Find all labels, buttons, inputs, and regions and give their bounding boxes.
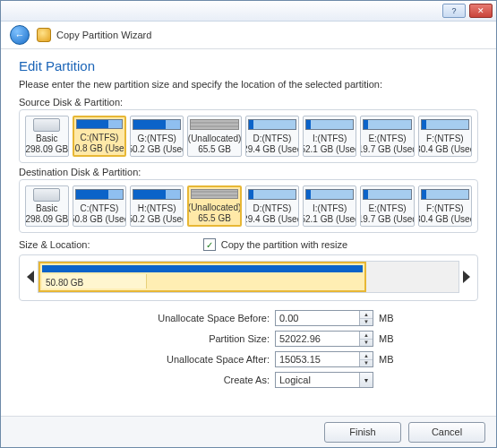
wizard-title: Copy Partition Wizard — [56, 30, 151, 40]
wizard-window: ? ✕ ← Copy Partition Wizard Edit Partiti… — [0, 0, 497, 448]
content-area: Edit Partition Please enter the new part… — [1, 49, 496, 416]
partition-bar — [363, 119, 411, 130]
arrow-left-icon: ← — [15, 30, 25, 40]
close-button[interactable]: ✕ — [469, 4, 493, 18]
partition-size: 50.2 GB (Usec — [130, 214, 184, 225]
spinner-space-before[interactable]: ▲▼ — [359, 311, 373, 325]
partition-size: 50.8 GB (Usec — [73, 143, 126, 154]
input-partition-size[interactable]: 52022.96 ▲▼ — [275, 331, 373, 347]
source-partition-4[interactable]: I:(NTFS)52.1 GB (Usec — [303, 116, 356, 157]
label-create-as: Create As: — [19, 375, 275, 385]
slider-track[interactable]: 50.80 GB — [38, 261, 459, 293]
partition-bar — [305, 189, 354, 200]
slider-used-bar — [42, 265, 363, 272]
wizard-header: ← Copy Partition Wizard — [1, 22, 496, 49]
partition-bar — [421, 189, 469, 200]
dest-partition-1[interactable]: H:(NTFS)50.2 GB (Usec — [130, 185, 184, 227]
source-disk-size: 298.09 GB — [25, 144, 68, 155]
source-disk-tile[interactable]: Basic298.09 GB — [25, 116, 69, 157]
window-titlebar: ? ✕ — [1, 1, 496, 22]
unit-size: MB — [379, 333, 394, 344]
partition-size: 52.1 GB (Usec — [303, 144, 356, 155]
partition-label: E:(NTFS) — [368, 203, 406, 214]
slider-fill[interactable]: 50.80 GB — [39, 262, 366, 292]
instruction-text: Please enter the new partition size and … — [19, 79, 478, 90]
dest-partition-5[interactable]: E:(NTFS)19.7 GB (Usec — [360, 185, 414, 227]
partition-label: E:(NTFS) — [368, 134, 406, 144]
hdd-icon — [33, 188, 60, 202]
partition-label: H:(NTFS) — [138, 203, 176, 214]
partition-bar — [75, 189, 124, 200]
dest-partition-4[interactable]: I:(NTFS)52.1 GB (Usec — [303, 185, 356, 227]
unit-after: MB — [379, 354, 394, 365]
source-partition-0[interactable]: C:(NTFS)50.8 GB (Usec — [73, 116, 126, 157]
dest-disk-panel: Basic298.09 GBC:(NTFS)50.8 GB (UsecH:(NT… — [19, 179, 478, 233]
row-space-after: Unallocate Space After: 15053.15 ▲▼ MB — [19, 351, 478, 367]
size-slider-panel: 50.80 GB — [19, 254, 478, 301]
partition-label: D:(NTFS) — [253, 134, 291, 144]
help-button[interactable]: ? — [442, 4, 466, 18]
finish-button[interactable]: Finish — [324, 422, 401, 443]
page-title: Edit Partition — [19, 58, 478, 73]
dest-partition-6[interactable]: F:(NTFS)30.4 GB (Usec — [418, 185, 472, 227]
label-partition-size: Partition Size: — [19, 333, 275, 344]
partition-size: 65.5 GB — [198, 213, 231, 224]
dest-partition-2[interactable]: (Unallocated)65.5 GB — [187, 185, 241, 227]
partition-size: 19.7 GB (Usec — [360, 144, 414, 155]
partition-bar — [191, 189, 237, 199]
input-space-after[interactable]: 15053.15 ▲▼ — [275, 351, 373, 367]
source-label: Source Disk & Partition: — [19, 97, 478, 108]
source-partition-2[interactable]: (Unallocated)65.5 GB — [187, 116, 241, 157]
value-space-after: 15053.15 — [279, 354, 321, 365]
partition-bar — [248, 189, 296, 200]
cancel-button[interactable]: Cancel — [408, 422, 485, 443]
partition-label: (Unallocated) — [188, 202, 241, 213]
source-disk-name: Basic — [36, 134, 57, 144]
dest-partition-0[interactable]: C:(NTFS)50.8 GB (Usec — [73, 185, 126, 227]
copy-resize-label: Copy the partition with resize — [221, 239, 347, 250]
partition-bar — [190, 119, 238, 130]
row-partition-size: Partition Size: 52022.96 ▲▼ MB — [19, 331, 478, 347]
partition-label: F:(NTFS) — [426, 203, 464, 214]
partition-size: 52.1 GB (Usec — [303, 214, 356, 225]
partition-label: I:(NTFS) — [313, 203, 347, 214]
input-space-before[interactable]: 0.00 ▲▼ — [275, 310, 373, 326]
partition-label: C:(NTFS) — [80, 133, 118, 143]
size-location-label: Size & Location: — [19, 239, 90, 250]
source-partition-5[interactable]: E:(NTFS)19.7 GB (Usec — [360, 116, 414, 157]
source-partition-6[interactable]: F:(NTFS)30.4 GB (Usec — [418, 116, 472, 157]
dest-disk-name: Basic — [36, 203, 57, 214]
source-partition-3[interactable]: D:(NTFS)29.4 GB (Usec — [245, 116, 299, 157]
dest-disk-size: 298.09 GB — [25, 214, 68, 225]
row-space-before: Unallocate Space Before: 0.00 ▲▼ MB — [19, 310, 478, 326]
source-disk-panel: Basic298.09 GBC:(NTFS)50.8 GB (UsecG:(NT… — [19, 109, 478, 163]
unit-before: MB — [379, 313, 394, 323]
partition-size: 19.7 GB (Usec — [360, 214, 414, 225]
partition-bar — [305, 119, 354, 130]
size-slider[interactable]: 50.80 GB — [27, 261, 470, 293]
dest-disk-tile[interactable]: Basic298.09 GB — [25, 185, 69, 227]
dest-label: Destination Disk & Partition: — [19, 167, 478, 177]
spinner-partition-size[interactable]: ▲▼ — [359, 332, 373, 346]
copy-resize-checkbox[interactable]: ✓ — [203, 238, 216, 251]
value-space-before: 0.00 — [279, 313, 298, 323]
partition-label: (Unallocated) — [188, 134, 241, 144]
back-button[interactable]: ← — [10, 25, 30, 45]
slider-handle-right[interactable] — [463, 271, 470, 283]
wizard-icon — [37, 28, 51, 42]
spinner-space-after[interactable]: ▲▼ — [359, 352, 373, 366]
source-partition-1[interactable]: G:(NTFS)50.2 GB (Usec — [130, 116, 184, 157]
combo-create-as[interactable]: Logical ▼ — [275, 372, 373, 388]
partition-label: G:(NTFS) — [138, 134, 176, 144]
slider-handle-left[interactable] — [27, 271, 34, 283]
partition-bar — [133, 119, 181, 130]
partition-bar — [363, 189, 411, 200]
partition-size: 30.4 GB (Usec — [418, 214, 472, 225]
partition-label: F:(NTFS) — [426, 134, 464, 144]
chevron-down-icon: ▼ — [359, 373, 373, 387]
partition-bar — [76, 119, 123, 129]
label-space-before: Unallocate Space Before: — [19, 313, 275, 323]
hdd-icon — [33, 118, 60, 132]
partition-label: C:(NTFS) — [80, 203, 118, 214]
dest-partition-3[interactable]: D:(NTFS)29.4 GB (Usec — [245, 185, 299, 227]
